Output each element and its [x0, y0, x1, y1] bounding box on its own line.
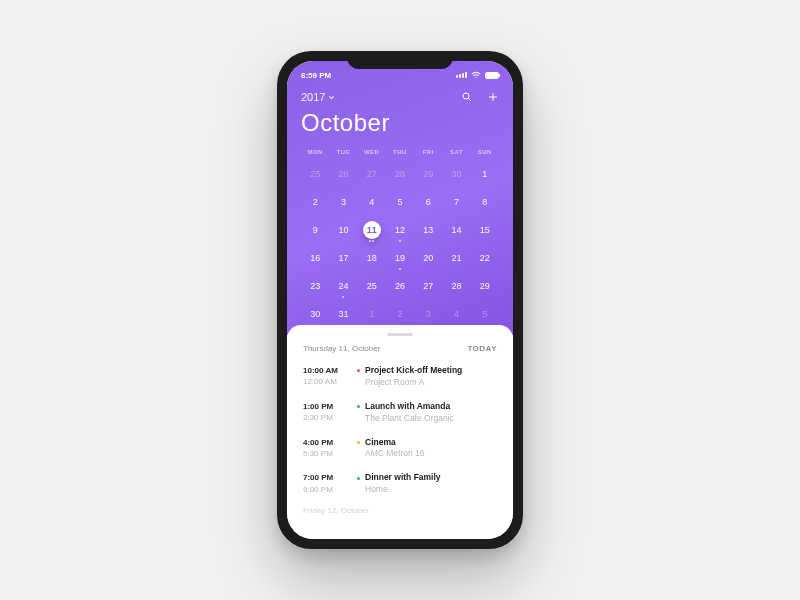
screen: 6:59 PM 2017 October MONTUEWEDTHUF	[287, 61, 513, 539]
calendar-day[interactable]: 17	[329, 247, 357, 269]
event-title: Cinema	[357, 437, 497, 449]
calendar-day[interactable]: 28	[442, 275, 470, 297]
event-item[interactable]: 7:00 PM9:00 PMDinner with FamilyHome	[301, 466, 499, 502]
event-color-dot	[357, 405, 360, 408]
calendar-day[interactable]: 26	[329, 163, 357, 185]
calendar-day[interactable]: 25	[301, 163, 329, 185]
weekday-label: SUN	[471, 149, 499, 155]
calendar-header: 6:59 PM 2017 October MONTUEWEDTHUF	[287, 61, 513, 335]
calendar-day[interactable]: 8	[471, 191, 499, 213]
search-icon[interactable]	[461, 91, 473, 103]
calendar-day[interactable]: 2	[301, 191, 329, 213]
svg-line-2	[469, 99, 472, 102]
calendar-day[interactable]: 1	[471, 163, 499, 185]
calendar-day[interactable]: 5	[386, 191, 414, 213]
signal-icon	[456, 72, 467, 78]
calendar-day[interactable]: 23	[301, 275, 329, 297]
svg-point-0	[475, 77, 476, 78]
status-time: 6:59 PM	[301, 71, 331, 80]
today-label[interactable]: TODAY	[467, 344, 497, 353]
calendar-day[interactable]: 29	[471, 275, 499, 297]
calendar-day[interactable]: 22	[471, 247, 499, 269]
event-time: 10:00 AM12:00 AM	[303, 365, 347, 389]
calendar-day[interactable]: 26	[386, 275, 414, 297]
calendar-day[interactable]: 3	[414, 303, 442, 325]
weekday-label: TUE	[329, 149, 357, 155]
event-title: Dinner with Family	[357, 472, 497, 484]
calendar-day[interactable]: 9	[301, 219, 329, 241]
agenda-sheet[interactable]: Thursday 11, October TODAY 10:00 AM12:00…	[287, 325, 513, 539]
event-time: 7:00 PM9:00 PM	[303, 472, 347, 496]
event-title: Project Kick-off Meeting	[357, 365, 497, 377]
calendar-day[interactable]: 12	[386, 219, 414, 241]
event-time: 4:00 PM5:30 PM	[303, 437, 347, 461]
agenda-date: Thursday 11, October	[303, 344, 380, 353]
calendar-day[interactable]: 20	[414, 247, 442, 269]
event-color-dot	[357, 441, 360, 444]
event-location: Home	[365, 484, 497, 496]
calendar-day[interactable]: 31	[329, 303, 357, 325]
calendar-day[interactable]: 14	[442, 219, 470, 241]
calendar-day[interactable]: 5	[471, 303, 499, 325]
calendar-day[interactable]: 3	[329, 191, 357, 213]
event-color-dot	[357, 369, 360, 372]
event-location: AMC Metron 16	[365, 448, 497, 460]
status-bar: 6:59 PM	[301, 67, 499, 83]
event-location: The Plant Cafe Organic	[365, 413, 497, 425]
year-label: 2017	[301, 91, 325, 103]
event-color-dot	[357, 477, 360, 480]
chevron-down-icon	[328, 94, 335, 101]
event-item[interactable]: 10:00 AM12:00 AMProject Kick-off Meeting…	[301, 359, 499, 395]
event-location: Project Room A	[365, 377, 497, 389]
calendar-day[interactable]: 30	[442, 163, 470, 185]
calendar-day[interactable]: 13	[414, 219, 442, 241]
calendar-day[interactable]: 1	[358, 303, 386, 325]
calendar-day[interactable]: 4	[442, 303, 470, 325]
phone-frame: 6:59 PM 2017 October MONTUEWEDTHUF	[277, 51, 523, 549]
calendar-day[interactable]: 16	[301, 247, 329, 269]
calendar-day[interactable]: 4	[358, 191, 386, 213]
calendar-day[interactable]: 11	[358, 219, 386, 241]
calendar-day[interactable]: 15	[471, 219, 499, 241]
battery-icon	[485, 72, 499, 79]
calendar-day[interactable]: 24	[329, 275, 357, 297]
calendar-day[interactable]: 27	[414, 275, 442, 297]
wifi-icon	[471, 71, 481, 79]
event-list[interactable]: 10:00 AM12:00 AMProject Kick-off Meeting…	[301, 359, 499, 502]
calendar-day[interactable]: 30	[301, 303, 329, 325]
calendar-day[interactable]: 25	[358, 275, 386, 297]
weekday-header: MONTUEWEDTHUFRISATSUN	[301, 149, 499, 155]
calendar-grid: 2526272829301234567891011121314151617181…	[301, 163, 499, 325]
next-day-label: Friday 12, October	[301, 502, 499, 519]
home-indicator[interactable]	[360, 542, 440, 545]
calendar-day[interactable]: 6	[414, 191, 442, 213]
weekday-label: WED	[358, 149, 386, 155]
calendar-day[interactable]: 2	[386, 303, 414, 325]
calendar-day[interactable]: 28	[386, 163, 414, 185]
add-icon[interactable]	[487, 91, 499, 103]
calendar-day[interactable]: 21	[442, 247, 470, 269]
month-title: October	[301, 109, 499, 137]
notch	[347, 51, 453, 69]
calendar-day[interactable]: 29	[414, 163, 442, 185]
calendar-day[interactable]: 19	[386, 247, 414, 269]
calendar-day[interactable]: 10	[329, 219, 357, 241]
weekday-label: MON	[301, 149, 329, 155]
event-title: Launch with Amanda	[357, 401, 497, 413]
calendar-day[interactable]: 7	[442, 191, 470, 213]
calendar-day[interactable]: 27	[358, 163, 386, 185]
event-time: 1:00 PM2:30 PM	[303, 401, 347, 425]
svg-point-1	[463, 93, 469, 99]
weekday-label: THU	[386, 149, 414, 155]
calendar-day[interactable]: 18	[358, 247, 386, 269]
year-selector[interactable]: 2017	[301, 91, 335, 103]
weekday-label: FRI	[414, 149, 442, 155]
weekday-label: SAT	[442, 149, 470, 155]
event-item[interactable]: 1:00 PM2:30 PMLaunch with AmandaThe Plan…	[301, 395, 499, 431]
sheet-handle[interactable]	[387, 333, 413, 336]
event-item[interactable]: 4:00 PM5:30 PMCinemaAMC Metron 16	[301, 431, 499, 467]
